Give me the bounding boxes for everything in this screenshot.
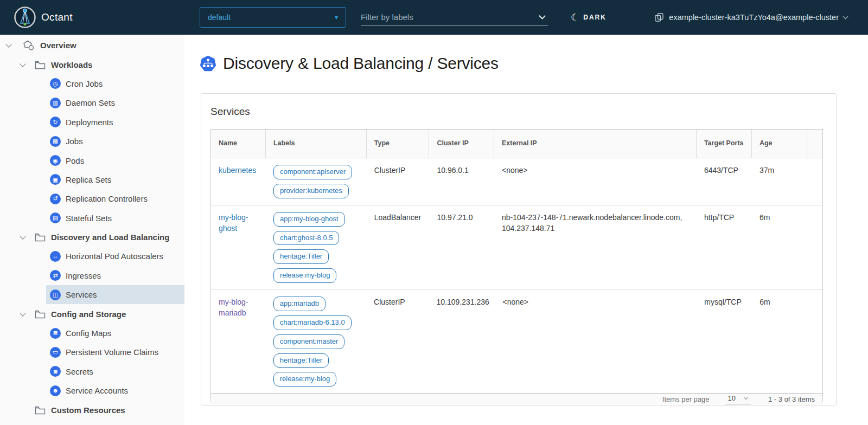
sidebar-item-replication-controllers[interactable]: ↺ Replication Controllers (0, 189, 184, 208)
octant-app: Octant default ▾ Filter by labels ☾ DARK… (0, 0, 868, 425)
sidebar-item-cron-jobs[interactable]: ◷ Cron Jobs (0, 74, 184, 93)
sidebar-item-stateful-sets[interactable]: ▤ Stateful Sets (0, 209, 184, 228)
age: 6m (752, 205, 807, 289)
sidebar-group-label: Custom Resources (51, 405, 125, 415)
external-ip: nb-104-237-148-71.newark.nodebalancer.li… (494, 205, 697, 289)
sidebar-item-config-maps[interactable]: ≣ Config Maps (0, 324, 184, 343)
label-pill[interactable]: release:my-blog (273, 372, 337, 387)
services-icon: ◫ (50, 289, 61, 300)
column-header-external-ip: External IP (494, 130, 697, 158)
items-per-page-value: 10 (728, 394, 736, 402)
sidebar-item-label: Service Accounts (66, 386, 128, 395)
label-pill[interactable]: component:master (273, 334, 345, 349)
label-pill[interactable]: heritage:Tiller (273, 249, 329, 264)
service-link-kubernetes[interactable]: kubernetes (219, 166, 256, 175)
sidebar-item-label: Services (66, 290, 97, 299)
namespace-select[interactable]: default ▾ (200, 7, 346, 28)
sidebar-item-label: Persistent Volume Claims (66, 347, 158, 357)
overview-objects-icon (23, 40, 35, 51)
cluster-context-caret-icon (843, 14, 848, 19)
sidebar-group-config-and-storage[interactable]: Config and Storage (0, 304, 184, 323)
pagination-range: 1 - 3 of 3 items (768, 395, 815, 403)
sidebar-group-label: Workloads (51, 60, 92, 69)
table-header-row: Name Labels Type Cluster IP External IP … (211, 130, 822, 158)
sidebar-item-ingresses[interactable]: ⇄ Ingresses (0, 266, 184, 285)
sidebar-item-label: Replication Controllers (66, 194, 148, 203)
main-content: Discovery & Load Balancing / Services Se… (184, 35, 868, 425)
cluster-ip: 10.109.231.236 (429, 290, 495, 393)
column-header-target-ports: Target Ports (697, 130, 752, 158)
sidebar-item-label: Overview (40, 41, 76, 50)
sidebar-item-services[interactable]: ◫ Services (0, 285, 184, 304)
octant-logo-icon (14, 7, 36, 28)
sidebar-item-label: Config Maps (66, 329, 111, 338)
sidebar-item-label: Deployments (66, 118, 113, 127)
sidebar-item-label: Pods (66, 156, 84, 165)
label-pill[interactable]: heritage:Tiller (273, 353, 329, 368)
card-title: Services (210, 106, 836, 118)
target-ports: 6443/TCP (697, 158, 752, 205)
sidebar-item-label: Jobs (66, 137, 83, 146)
replica-sets-icon: ▣ (50, 174, 61, 185)
sidebar-item-service-accounts[interactable]: ☻ Service Accounts (0, 381, 184, 400)
moon-icon: ☾ (571, 12, 579, 23)
config-maps-icon: ≣ (50, 328, 61, 339)
cron-jobs-icon: ◷ (50, 78, 61, 89)
filter-placeholder: Filter by labels (361, 12, 540, 22)
label-pill[interactable]: chart:mariadb-6.13.0 (273, 315, 352, 330)
horizontal-pod-autoscalers-icon: ↔ (50, 251, 61, 262)
theme-toggle-label: DARK (583, 14, 607, 21)
filter-by-labels-input[interactable]: Filter by labels (361, 9, 548, 26)
items-per-page-select[interactable]: 10 (725, 394, 751, 404)
page-title-block: Discovery & Load Balancing / Services (200, 54, 499, 73)
sidebar-item-horizontal-pod-autoscalers[interactable]: ↔ Horizontal Pod Autoscalers (0, 247, 184, 266)
table-row: my-blog-ghost app:my-blog-ghost chart:gh… (211, 205, 822, 290)
chevron-down-icon (5, 42, 11, 48)
services-table: Name Labels Type Cluster IP External IP … (210, 129, 823, 402)
sidebar-item-secrets[interactable]: ◙ Secrets (0, 362, 184, 381)
sidebar-item-persistent-volume-claims[interactable]: ▭ Persistent Volume Claims (0, 343, 184, 362)
cluster-context-icon (654, 12, 664, 22)
label-pill[interactable]: chart:ghost-8.0.5 (273, 231, 340, 246)
daemon-sets-icon: ▥ (50, 98, 61, 108)
cluster-ip: 10.97.21.0 (429, 205, 494, 289)
column-header-spacer (807, 130, 822, 158)
sidebar-item-overview[interactable]: Overview (0, 36, 184, 55)
sidebar-group-workloads[interactable]: Workloads (0, 55, 184, 74)
service-link-my-blog-ghost[interactable]: my-blog-ghost (219, 213, 248, 233)
brand: Octant (14, 7, 73, 28)
items-per-page-label: Items per page (662, 395, 710, 403)
table-row: kubernetes component:apiserver provider:… (211, 158, 822, 205)
sidebar-item-deployments[interactable]: ↻ Deployments (0, 113, 184, 132)
age: 6m (752, 290, 807, 393)
service-type: ClusterIP (367, 158, 430, 205)
folder-icon (35, 310, 46, 319)
sidebar-group-discovery-and-load-balancing[interactable]: Discovery and Load Balancing (0, 228, 184, 247)
label-pill[interactable]: release:my-blog (273, 268, 337, 283)
cluster-context-switcher[interactable]: example-cluster-ka3TuTzYo4a@example-clus… (654, 0, 847, 35)
age: 37m (752, 158, 807, 205)
sidebar-item-replica-sets[interactable]: ▣ Replica Sets (0, 170, 184, 189)
persistent-volume-claims-icon: ▭ (50, 347, 61, 358)
filter-chevron-down-icon (539, 12, 546, 20)
sidebar-item-label: Daemon Sets (66, 98, 115, 107)
sidebar-item-jobs[interactable]: ▦ Jobs (0, 132, 184, 151)
chevron-down-icon (20, 233, 25, 239)
table-pagination-footer: Items per page 10 1 - 3 of 3 items (211, 394, 822, 404)
label-pill[interactable]: component:apiserver (273, 165, 352, 179)
chevron-down-icon (744, 395, 748, 400)
sidebar-item-label: Replica Sets (66, 175, 111, 184)
service-heptagon-icon (200, 55, 216, 72)
sidebar-group-custom-resources[interactable]: Custom Resources (0, 400, 184, 419)
label-pill[interactable]: app:mariadb (273, 297, 326, 311)
dark-theme-toggle[interactable]: ☾ DARK (571, 0, 607, 35)
folder-icon (35, 233, 46, 242)
label-pill[interactable]: app:my-blog-ghost (273, 212, 345, 227)
label-pill[interactable]: provider:kubernetes (273, 184, 349, 198)
target-ports: http/TCP (697, 205, 752, 289)
stateful-sets-icon: ▤ (50, 212, 61, 223)
sidebar-item-pods[interactable]: ◉ Pods (0, 151, 184, 170)
sidebar-item-daemon-sets[interactable]: ▥ Daemon Sets (0, 93, 184, 112)
services-card: Services Name Labels Type Cluster IP Ext… (201, 93, 837, 405)
service-link-my-blog-mariadb[interactable]: my-blog-mariadb (219, 298, 248, 317)
